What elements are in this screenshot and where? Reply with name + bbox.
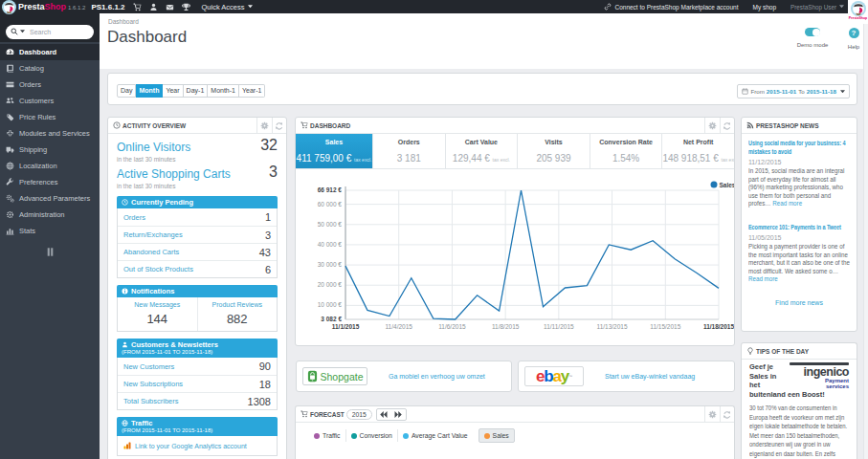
dashboard-panel-title: DASHBOARD: [310, 122, 350, 129]
sidebar-item-price-rules[interactable]: Price Rules: [0, 109, 100, 125]
sidebar-item-stats[interactable]: Stats: [0, 223, 100, 239]
read-more-link[interactable]: Read more: [772, 200, 802, 207]
scrollbar[interactable]: [863, 13, 868, 459]
legend-conversion[interactable]: Conversion: [346, 429, 398, 442]
breadcrumb[interactable]: Dashboard: [108, 18, 139, 25]
news-article-title[interactable]: Using social media for your business: 4 …: [748, 140, 850, 156]
sidebar-item-orders[interactable]: Orders: [0, 76, 100, 93]
total-subscribers-link[interactable]: Total Subscribers: [123, 397, 179, 405]
kpi-visits[interactable]: Visits205 939: [517, 134, 590, 168]
demo-mode-toggle[interactable]: [805, 28, 820, 36]
out-of-stock-link[interactable]: Out of Stock Products: [123, 265, 193, 273]
configure-button[interactable]: [704, 118, 720, 133]
active-carts-row: Active Shopping Carts 3 in the last 30 m…: [117, 164, 278, 189]
mail-icon[interactable]: [166, 3, 174, 11]
google-analytics-link[interactable]: Link to your Google Analytics account: [117, 436, 278, 456]
new-messages-link[interactable]: New Messages: [118, 301, 197, 308]
sidebar-item-localization[interactable]: Localization: [0, 158, 100, 174]
forecast-legend-1-label: Conversion: [360, 432, 392, 439]
search-box[interactable]: [6, 25, 94, 39]
period-year-button[interactable]: Year: [163, 84, 183, 98]
my-shop-link[interactable]: My shop: [752, 4, 776, 11]
sidebar-item-administration[interactable]: Administration: [0, 207, 100, 223]
notifications-header: Notifications: [117, 285, 278, 297]
news-article-text: Picking a payment provider is one of the…: [748, 243, 850, 284]
banners-shopgate-brand: Shopgate: [321, 371, 364, 382]
cart-icon: [300, 121, 308, 129]
banners-ebay-b3: a: [552, 368, 560, 384]
period-month-button[interactable]: Month: [136, 84, 163, 98]
gear-icon: [708, 410, 717, 419]
period-month-1-button[interactable]: Month-1: [208, 84, 239, 98]
quick-access-menu[interactable]: Quick Access: [202, 3, 253, 11]
kpi-sales[interactable]: Sales411 759,00 € tax excl.: [296, 134, 372, 168]
new-subscriptions-link[interactable]: New Subscriptions: [123, 380, 183, 388]
sidebar-item-advanced-parameters[interactable]: Advanced Parameters: [0, 190, 100, 207]
collapse-sidebar-button[interactable]: [0, 248, 100, 256]
user-icon: [122, 341, 128, 348]
ebay-banner[interactable]: ebay™ Start uw eBay-winkel vandaag: [518, 361, 735, 392]
forecast-legend: Traffic Conversion Average Cart Value Sa…: [309, 428, 734, 443]
period-day-1-button[interactable]: Day-1: [184, 84, 209, 98]
refresh-button[interactable]: [720, 406, 735, 422]
product-reviews-link[interactable]: Product Reviews: [198, 301, 278, 308]
employee-icon[interactable]: [149, 3, 158, 11]
sidebar-item-customers[interactable]: Customers: [0, 93, 100, 109]
sidebar-item-preferences[interactable]: Preferences: [0, 174, 100, 190]
help-icon[interactable]: ?: [849, 28, 859, 38]
sidebar-item-shipping[interactable]: Shipping: [0, 142, 100, 158]
kpi-net-profit[interactable]: Net Profit148 918,51 € tax excl.: [661, 134, 734, 168]
shop-name-link[interactable]: PS1.6.1.2: [91, 3, 124, 11]
dashboard-panel-header: DASHBOARD: [296, 118, 734, 134]
find-more-news-link[interactable]: Find more news: [748, 299, 850, 306]
abandoned-carts-link[interactable]: Abandoned Carts: [123, 248, 179, 256]
avatar[interactable]: PrestaShop: [848, 0, 868, 24]
legend-average-cart-value[interactable]: Average Cart Value: [398, 429, 473, 442]
period-day-button[interactable]: Day: [117, 84, 136, 98]
acv-dot-icon: [403, 433, 409, 439]
new-customers-link[interactable]: New Customers: [123, 362, 174, 371]
pending-returns-link[interactable]: Return/Exchanges: [123, 230, 183, 239]
cart-icon[interactable]: [133, 3, 142, 11]
configure-button[interactable]: [704, 406, 720, 422]
toggle-knob: [812, 29, 820, 36]
read-more-link[interactable]: Read more: [748, 275, 778, 282]
sidebar-item-catalog[interactable]: Catalog: [0, 60, 100, 76]
legend-traffic[interactable]: Traffic: [309, 429, 346, 442]
ebay-link[interactable]: Start uw eBay-winkel vandaag: [605, 373, 695, 380]
refresh-button[interactable]: [720, 118, 735, 133]
shopgate-link[interactable]: Ga mobiel en verhoog uw omzet: [389, 373, 485, 380]
kpi-orders[interactable]: Orders3 181: [372, 134, 445, 168]
table-row: New Subscriptions18: [118, 375, 277, 392]
user-menu[interactable]: PrestaShop User: [790, 4, 844, 11]
pending-orders-link[interactable]: Orders: [123, 213, 145, 222]
prestashop-logo[interactable]: PrestaShop1.6.1.2: [18, 2, 85, 11]
dashboard-panel-kpis-1-label: Orders: [373, 139, 445, 145]
active-carts-link[interactable]: Active Shopping Carts: [117, 167, 231, 181]
marketplace-link[interactable]: Connect to PrestaShop Marketplace accoun…: [604, 3, 738, 11]
forecast-year-badge[interactable]: 2015: [346, 409, 372, 420]
demo-mode-label: Demo mode: [791, 42, 834, 48]
refresh-button[interactable]: [272, 118, 287, 133]
cogs-icon: [5, 194, 14, 204]
online-visitors-link[interactable]: Online Visitors: [117, 141, 190, 154]
caret-down-icon[interactable]: [20, 30, 25, 33]
sidebar-item-modules[interactable]: Modules and Services: [0, 125, 100, 142]
sidebar-item-dashboard[interactable]: Dashboard: [0, 44, 100, 60]
tips-brand-sub2: services: [788, 383, 849, 389]
news-articles-1-text: Picking a payment provider is one of the…: [748, 243, 850, 274]
period-year-1-button[interactable]: Year-1: [239, 84, 265, 98]
forward-button[interactable]: [391, 408, 406, 421]
trophy-icon[interactable]: [182, 3, 190, 11]
search-input[interactable]: [30, 29, 85, 35]
backward-button[interactable]: [377, 408, 391, 421]
configure-button[interactable]: [256, 118, 272, 133]
sidebar-items-5-label: Modules and Services: [19, 129, 90, 138]
news-article-title[interactable]: Ecommerce 101: Payments in a Tweet: [748, 224, 850, 232]
kpi-conversion-rate[interactable]: Conversion Rate1.54%: [590, 134, 662, 168]
legend-sales[interactable]: Sales: [479, 428, 515, 443]
date-range-picker[interactable]: From 2015-11-01 To 2015-11-18: [737, 84, 850, 98]
activity-pending-rows-0-value: 1: [265, 211, 271, 223]
shopgate-banner[interactable]: Shopgate Ga mobiel en verhoog uw omzet: [296, 361, 512, 392]
kpi-cart-value[interactable]: Cart Value129,44 € tax excl.: [445, 134, 518, 168]
